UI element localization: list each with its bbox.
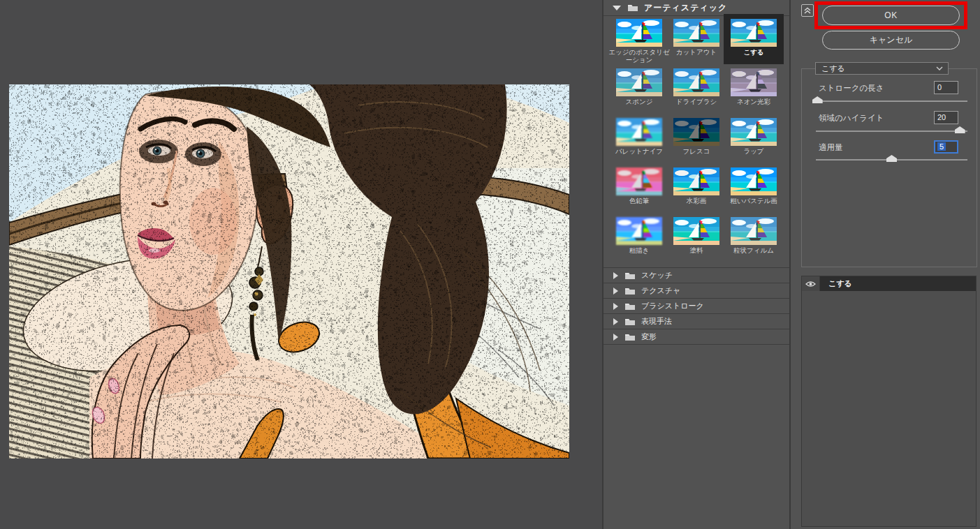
filter-thumb-grain[interactable]: 粒状フィルム: [724, 212, 784, 262]
filter-thumb-smudge[interactable]: こする: [724, 14, 784, 64]
slider-track-0[interactable]: [816, 100, 967, 102]
filter-thumb-cutout[interactable]: カットアウト: [666, 14, 726, 64]
filter-thumbnail-image: [673, 167, 719, 195]
preview-image[interactable]: [9, 84, 569, 459]
filter-thumb-wrap[interactable]: ラップ: [724, 113, 784, 163]
filter-gallery-panel: アーティスティック エッジのポスタリゼーション: [602, 0, 791, 529]
filter-thumbnail-label: ドライブラシ: [664, 98, 729, 105]
category-row-0[interactable]: スケッチ: [604, 267, 789, 283]
filter-layers-panel: こする: [801, 276, 977, 527]
eye-icon: [805, 281, 816, 288]
filter-thumbnail-label: フレスコ: [664, 147, 729, 155]
filter-thumbnail-label: 水彩画: [664, 197, 729, 204]
filter-thumbnail-image: [731, 118, 777, 146]
category-row-1[interactable]: テクスチャ: [604, 283, 789, 298]
filter-settings-group: [801, 68, 977, 267]
filter-thumbnail-image: [616, 19, 662, 47]
folder-icon: [624, 302, 636, 311]
filter-layer-row: こする: [802, 276, 976, 291]
filter-thumb-paint[interactable]: 塗料: [666, 212, 726, 262]
slider-label-0: ストロークの長さ: [819, 83, 884, 94]
category-row-4[interactable]: 変形: [604, 329, 789, 344]
filter-thumbnail-label: パレットナイフ: [606, 147, 672, 155]
filter-thumbnail-image: [731, 217, 777, 245]
filter-thumbnail-label: 粒状フィルム: [721, 246, 787, 254]
filter-thumbnail-label: ラップ: [721, 147, 787, 155]
slider-value-input-1[interactable]: 20: [934, 111, 958, 124]
category-row-2[interactable]: ブラシストローク: [604, 298, 789, 313]
category-label: 変形: [641, 331, 657, 342]
folder-icon: [624, 318, 636, 326]
layer-name[interactable]: こする: [820, 276, 976, 291]
category-label: スケッチ: [641, 270, 673, 281]
filter-select[interactable]: こする: [815, 62, 949, 75]
filter-thumbnail-label: こする: [721, 48, 787, 56]
filter-thumbnail-image: [731, 68, 777, 96]
filter-thumb-pencil[interactable]: 色鉛筆: [609, 163, 669, 213]
preview-panel: [0, 0, 602, 529]
filter-thumbnail-label: 色鉛筆: [606, 197, 672, 204]
triangle-right-icon: [613, 303, 618, 310]
slider-label-1: 領域のハイライト: [819, 113, 884, 124]
collapse-panel-button[interactable]: [801, 4, 814, 17]
chevrons-up-icon: [803, 6, 812, 15]
filter-thumb-water[interactable]: 水彩画: [666, 163, 726, 213]
ok-button[interactable]: OK: [822, 6, 960, 25]
filter-gallery-dialog: アーティスティック エッジのポスタリゼーション: [0, 0, 980, 529]
filter-thumbnail-image: [731, 167, 777, 195]
triangle-right-icon: [613, 334, 618, 341]
filter-thumbnail-image: [616, 167, 662, 195]
category-label: 表現手法: [641, 316, 672, 327]
filter-thumbnail-image: [616, 68, 662, 96]
filter-thumbnail-image: [616, 217, 662, 245]
category-label: テクスチャ: [641, 285, 680, 296]
category-label: アーティスティック: [644, 2, 727, 14]
filter-select-value: こする: [821, 64, 936, 74]
filter-thumb-rough[interactable]: 粗描き: [609, 212, 669, 262]
slider-value-input-2[interactable]: 5: [934, 140, 958, 154]
filter-thumb-sponge[interactable]: スポンジ: [609, 64, 669, 114]
filter-thumb-knife[interactable]: パレットナイフ: [609, 113, 669, 163]
filter-thumbnail-image: [673, 19, 719, 47]
filter-thumbnail-image: [673, 217, 719, 245]
layer-visibility-toggle[interactable]: [802, 276, 820, 291]
folder-icon: [624, 333, 636, 341]
slider-value-input-0[interactable]: 0: [934, 81, 958, 94]
filter-thumbnail-label: ネオン光彩: [721, 98, 787, 105]
filter-thumbnail-image: [616, 118, 662, 146]
filter-thumbnail-label: 粗いパステル画: [721, 197, 787, 204]
filter-thumb-pastel[interactable]: 粗いパステル画: [724, 163, 784, 213]
filter-thumbnail-label: カットアウト: [664, 48, 729, 56]
filter-thumbnail-image: [673, 118, 719, 146]
folder-icon: [624, 287, 636, 295]
divider: [604, 344, 789, 345]
triangle-right-icon: [613, 272, 618, 279]
slider-track-1[interactable]: [816, 131, 967, 132]
filter-thumb-fresco[interactable]: フレスコ: [666, 113, 726, 163]
filter-thumb-poster[interactable]: エッジのポスタリゼーション: [609, 14, 669, 64]
triangle-down-icon: [613, 6, 621, 10]
filter-thumbnail-label: 粗描き: [606, 246, 672, 254]
cancel-button[interactable]: キャンセル: [822, 31, 960, 50]
slider-label-2: 適用量: [819, 142, 843, 153]
filter-thumbnail-image: [731, 19, 777, 47]
category-row-3[interactable]: 表現手法: [604, 313, 789, 329]
filter-thumb-drybrush[interactable]: ドライブラシ: [666, 64, 726, 114]
folder-icon: [624, 271, 636, 280]
filter-thumbnail-image: [673, 68, 719, 96]
filter-thumbnail-label: 塗料: [664, 246, 729, 254]
filter-thumb-neon[interactable]: ネオン光彩: [724, 64, 784, 114]
chevron-down-icon: [936, 66, 943, 70]
category-label: ブラシストローク: [641, 301, 704, 311]
triangle-right-icon: [613, 288, 618, 295]
settings-panel: OK キャンセル こする ストロークの長さ0領域のハイライト20適用量5 こする: [791, 0, 980, 529]
filter-thumbnail-label: スポンジ: [606, 98, 672, 105]
folder-icon: [627, 3, 638, 12]
filter-thumbnail-label: エッジのポスタリゼーション: [606, 48, 672, 64]
triangle-right-icon: [613, 318, 618, 325]
